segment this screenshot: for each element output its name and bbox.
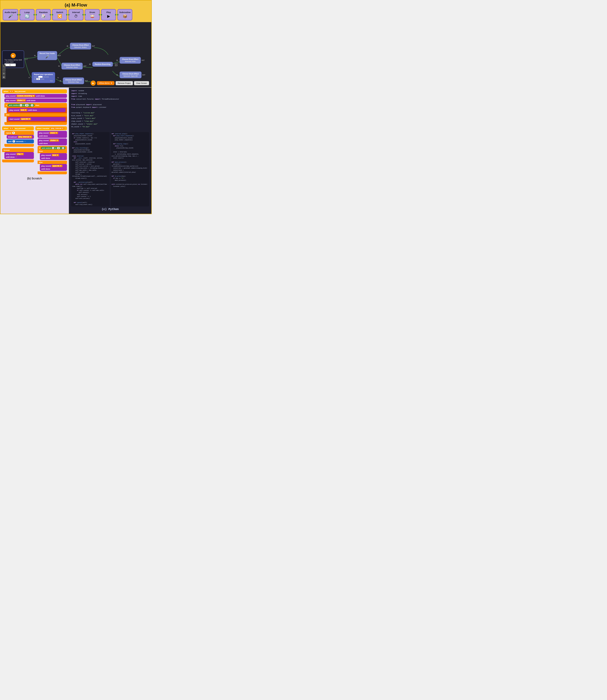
scratch-play-recording[interactable]: play sound custom_recording ▼ until done xyxy=(4,94,67,98)
scratch-play-kick-r[interactable]: play sound kick ▼ until done xyxy=(40,153,67,160)
toolbar-block-drum[interactable]: Drum 🥁 xyxy=(85,9,100,20)
scratch-else-body-2: play sound open-hh ▼ until done xyxy=(40,164,67,171)
scratch-if-block-2[interactable]: if pick random 1 to 10 > 5 then xyxy=(38,146,67,153)
sound-dropdown-openhh[interactable]: open-hh ▼ xyxy=(20,118,31,120)
scratch-if-body: play sound kick ▼ until done xyxy=(7,107,67,113)
interval-every-row: every seconds xyxy=(34,76,53,78)
scratch-play-clap[interactable]: play sound clap ▼ until done ↩ xyxy=(4,152,34,159)
sound-dropdown-recording[interactable]: custom_recording ▼ xyxy=(17,95,35,97)
py3-line-8: inter = Interval( xyxy=(112,151,148,153)
sound-dropdown-snare-r[interactable]: snare ▼ xyxy=(49,132,58,134)
sound-dropdown-openhh-r[interactable]: open-hh ▼ xyxy=(52,165,62,167)
interval-node[interactable]: IN do Repeat your operations every secon… xyxy=(32,72,55,83)
snare-subtitle: Selected: Snare xyxy=(64,66,80,68)
scratch-play-shaker-receive[interactable]: play sound shaker ▼ until done xyxy=(38,139,67,145)
drum-node-clap[interactable]: IN OUT Choose Drum Effect Selected: Clap xyxy=(63,78,84,84)
random-out2-label: OUT xyxy=(115,65,118,66)
toolbar-block-interval[interactable]: Interval ⏱ xyxy=(68,9,83,20)
python-two-col: def play_shaker_sequence(): playsound(sh… xyxy=(71,132,149,207)
kick-out-label: OUT xyxy=(142,60,145,61)
toolbar-block-random[interactable]: Random 🎲 xyxy=(36,9,51,20)
interval-times-input[interactable] xyxy=(36,78,40,80)
py-blank-1 xyxy=(71,100,149,103)
toolbar-block-subroutine[interactable]: Subroutine 📦 xyxy=(118,9,132,20)
scratch-wait[interactable]: wait 1 seconds ↩ xyxy=(7,140,34,143)
scratch-repeat-block[interactable]: repeat 5 xyxy=(4,131,34,135)
canvas-play-button[interactable]: ▶ xyxy=(91,81,96,86)
py3-line-11: def main_process(): xyxy=(112,161,148,163)
pick-random-condition-2: pick random 1 to 10 > 5 xyxy=(41,147,65,149)
toolbar-block-switch[interactable]: Switch 🔀 xyxy=(52,9,67,20)
scratch-forever-end xyxy=(2,160,34,162)
py3-line-9: 1, action=play_snare_sequence, exit_acti… xyxy=(112,153,148,157)
py2-line-15: self.max_calls = max_calls xyxy=(72,169,109,171)
scratch-play-snare-receive[interactable]: play sound snare ▼ until done xyxy=(38,131,67,138)
py3-line-18: with Listener(on_press=on_press) as list… xyxy=(112,183,148,185)
zoom-out-button[interactable]: − xyxy=(2,68,5,71)
sound-dropdown-shaker-r[interactable]: shaker ▼ xyxy=(49,139,59,142)
interval-seconds-input[interactable] xyxy=(38,76,43,78)
sound-dropdown-kick[interactable]: kick ▼ xyxy=(20,109,27,111)
py2-line-25: self.counter += 1 xyxy=(72,195,109,197)
sound-dropdown-kick-r[interactable]: kick ▼ xyxy=(52,154,59,156)
snare-in-label: IN xyxy=(58,65,60,67)
toolbar-block-play[interactable]: Play ▶ xyxy=(101,9,116,20)
play-button[interactable]: ▶ xyxy=(11,53,16,58)
zoom-fit-button[interactable]: ⊞ xyxy=(2,76,5,79)
scratch-when-key-pressed-1[interactable]: when k ▼ key pressed xyxy=(2,89,67,93)
drum-node-kick[interactable]: IN OUT Choose Drum Effect Selected: Kick xyxy=(120,57,141,64)
toolbar-block-audio-input[interactable]: Audio Input 🎤 xyxy=(3,9,18,20)
key-dropdown-2[interactable]: k ▼ xyxy=(9,127,14,129)
canvas-area[interactable]: IN OUT ▶ The hotkey will be Shift+ your … xyxy=(0,22,151,87)
scratch-else-label-2: else xyxy=(38,161,67,164)
py3-line-7: playsound(clap_sound) xyxy=(112,147,148,149)
remove-project-button[interactable]: Remove Project xyxy=(116,81,133,85)
scratch-forever-block[interactable]: forever xyxy=(2,148,34,152)
receive-dropdown[interactable]: play_interval ▼ xyxy=(50,127,65,129)
connector-dot-left-loop xyxy=(19,14,21,16)
record-mic-icon: 🎤 xyxy=(40,55,55,59)
record-audio-node[interactable]: IN OUT Record Your Audio 🎤 xyxy=(37,51,57,60)
py3-blank-3 xyxy=(112,159,148,161)
block-label-random: Random xyxy=(39,11,48,14)
random-compare-2: 5 xyxy=(62,147,64,149)
scratch-if-block[interactable]: if pick random 1 to 10 > 5 then xyxy=(4,103,67,107)
scratch-play-kick[interactable]: play sound kick ▼ until done xyxy=(8,108,65,112)
scratch-broadcast[interactable]: broadcast play_interval ▼ xyxy=(7,135,34,139)
scratch-play-openhh-r[interactable]: play sound open-hh ▼ until done xyxy=(40,164,67,171)
zoom-reset-button[interactable]: ⊙ xyxy=(2,72,5,75)
random-branching-node[interactable]: IN OUT OUT Random Branching xyxy=(92,62,113,67)
toolbar-block-loop[interactable]: Loop 🔄 xyxy=(20,9,35,20)
openhh-title: Choose Drum Effect xyxy=(122,73,139,75)
sound-dropdown-clap[interactable]: clap ▼ xyxy=(17,153,24,155)
shaker-out-label: OUT xyxy=(92,45,95,47)
hotkey-input[interactable] xyxy=(4,64,16,66)
openhh-subtitle: Selected: Open-HH xyxy=(122,75,139,77)
py3-line-2: def play_snare_sequence(): xyxy=(112,135,148,137)
scratch-play-shaker[interactable]: play sound shaker ▼ until done xyxy=(4,99,67,102)
drum-icon: 🥁 xyxy=(90,14,95,18)
scratch-indent-1: play sound custom_recording ▼ until done… xyxy=(4,94,67,125)
py3-line-1: def interval_play(): xyxy=(112,133,148,135)
drum-node-snare[interactable]: IN OUT Choose Drum Effect Selected: Snar… xyxy=(61,63,83,69)
random-from-2: 1 xyxy=(52,147,54,149)
scratch-group-1: when k ▼ key pressed play sound custom_r… xyxy=(2,89,67,125)
zoom-in-button[interactable]: + xyxy=(2,64,5,68)
scratch-when-key-pressed-2[interactable]: when k ▼ key pressed xyxy=(2,126,34,130)
drum-node-shaker[interactable]: IN OUT Choose Drum Effect Selected: Shak… xyxy=(70,43,91,49)
scratch-when-receive[interactable]: when I receive play_interval ▼ xyxy=(35,126,67,130)
connector-dot-left-drum xyxy=(84,14,86,16)
main-container: (a) M-Flow Audio Input 🎤 Loop 🔄 Random 🎲… xyxy=(0,0,152,214)
project-dropdown[interactable]: mflow-demo ▼ xyxy=(97,81,114,85)
repeat-count: 5 xyxy=(12,132,15,134)
drum-node-openhh[interactable]: IN OUT Choose Drum Effect Selected: Open… xyxy=(120,71,142,78)
sound-dropdown-shaker[interactable]: shaker ▼ xyxy=(17,99,26,102)
py3-line-16: if key == "k": xyxy=(112,177,148,179)
py-blank-2 xyxy=(71,109,149,112)
scratch-start-openhh[interactable]: start sound open-hh ▼ xyxy=(8,117,65,121)
key-dropdown-1[interactable]: k ▼ xyxy=(9,90,14,92)
broadcast-dropdown[interactable]: play_interval ▼ xyxy=(18,136,32,138)
py-line-8: kick_sound = "kick.mp3" xyxy=(71,114,149,117)
clear-screen-button[interactable]: Clear Screen xyxy=(134,81,149,85)
scratch-two-col: when k ▼ key pressed repeat 5 broa xyxy=(2,126,67,176)
